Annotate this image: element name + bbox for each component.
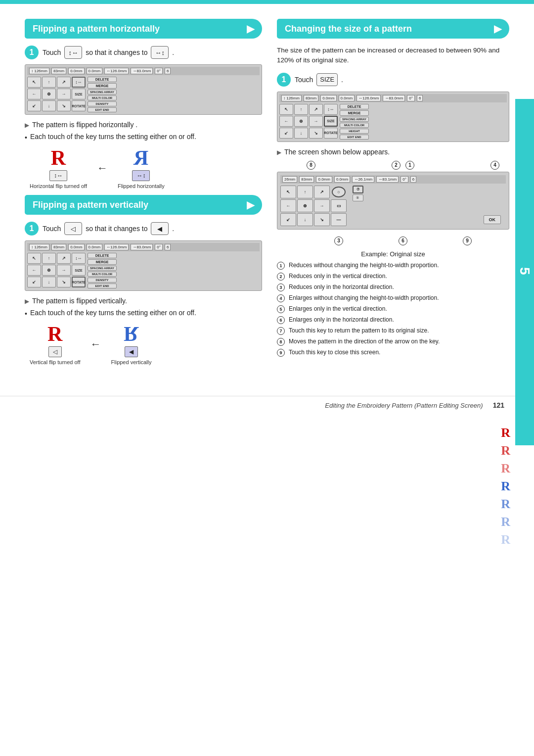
btn-center-v[interactable]: ⊕ <box>42 265 56 276</box>
ss-btn-tl[interactable]: ↖ <box>280 186 296 198</box>
btn-up-v[interactable]: ↑ <box>42 253 56 264</box>
btn-size-v[interactable]: SIZE <box>72 265 86 276</box>
nl-item-3: 3 Reduces only in the horizontal directi… <box>277 284 509 291</box>
btn-edit-end-s[interactable]: EDIT END <box>340 135 369 140</box>
btn-down-s[interactable]: ↓ <box>294 128 308 139</box>
btn-size[interactable]: SIZE <box>72 89 86 99</box>
btn-height-s[interactable]: HEIGHT <box>340 129 369 134</box>
ss-btn-right[interactable]: → <box>314 199 330 212</box>
btn-down-v[interactable]: ↓ <box>42 277 56 287</box>
btn-edit-end[interactable]: EDIT END <box>88 107 117 112</box>
btn-bl-s[interactable]: ↙ <box>279 128 293 139</box>
btn-multi[interactable]: MULTI COLOR <box>88 95 117 100</box>
btn-up-s[interactable]: ↑ <box>294 104 308 115</box>
ss-btn-tr[interactable]: ↗ <box>314 186 330 198</box>
ss-btn-up[interactable]: ↑ <box>297 186 313 198</box>
step1-vertical: 1 Touch ◁ so that it changes to ◀ . <box>25 222 262 236</box>
ss-btn-7[interactable]: ⑦ <box>353 186 363 193</box>
btn-tr[interactable]: ↗ <box>57 77 71 88</box>
ss-btn-circle[interactable]: ○ <box>332 187 346 197</box>
mf-body-h: ↖ ↑ ↗ ↕↔ ← ⊕ → SIZE ↙ ↓ ↘ ROTATE D <box>27 77 260 112</box>
btn-density[interactable]: DENSITY <box>88 101 117 106</box>
btn-down[interactable]: ↓ <box>42 100 56 111</box>
btn-tr-s[interactable]: ↗ <box>309 104 323 115</box>
btn-right-v[interactable]: → <box>57 265 71 276</box>
btn-bl-v[interactable]: ↙ <box>27 277 41 287</box>
bullet-v-2: • Each touch of the key turns the settin… <box>25 309 262 318</box>
step-circle-1-h: 1 <box>25 46 39 59</box>
key-flip-v-on[interactable]: ◀ <box>151 222 169 235</box>
btn-center-s[interactable]: ⊕ <box>294 116 308 127</box>
btn-bl[interactable]: ↙ <box>27 100 41 111</box>
btn-br-s[interactable]: ↘ <box>309 128 323 139</box>
ss-btn-br[interactable]: ↘ <box>314 213 330 226</box>
section-flip-vertical: Flipping a pattern vertically ▶ 1 Touch … <box>25 195 262 365</box>
btn-left[interactable]: ← <box>27 89 41 99</box>
bullet-triangle-h1: ▶ <box>25 122 29 129</box>
btn-delete-v[interactable]: DELETE <box>88 253 117 258</box>
btn-multi-v[interactable]: MULTI COLOR <box>88 272 117 277</box>
ss-btn-down[interactable]: ↓ <box>297 213 313 226</box>
btn-delete-s[interactable]: DELETE <box>340 104 369 109</box>
circ-8: 8 <box>307 161 315 170</box>
nl-item-4: 4 Enlarges without changing the height-t… <box>277 294 509 302</box>
machine-ui-h: ↕ 126mm 83mm 0.0mm 0.0mm ↔126.0mm ↔83.0m… <box>25 64 262 115</box>
ss-btn-bl[interactable]: ↙ <box>280 213 296 226</box>
btn-tl-s[interactable]: ↖ <box>279 104 293 115</box>
btn-tl-v[interactable]: ↖ <box>27 253 41 264</box>
key-flip-h-on[interactable]: ↔↕ <box>151 46 169 59</box>
nl-item-5: 5 Enlarges only in the vertical directio… <box>277 305 509 313</box>
btn-spacing-s[interactable]: SPACING ARRAY <box>340 117 369 122</box>
ss-btn-center[interactable]: ⊕ <box>297 199 313 212</box>
circ-9-bot: 9 <box>463 236 472 245</box>
btn-tl[interactable]: ↖ <box>27 77 41 88</box>
btn-multi-s[interactable]: MULTI COLOR <box>340 123 369 128</box>
btn-merge[interactable]: MERGE <box>88 83 117 89</box>
btn-rotate[interactable]: ROTATE <box>72 100 86 111</box>
btn-rotate-s[interactable]: ROTATE <box>324 128 338 139</box>
ss-right-btns: ⑦ ⑤ <box>353 186 363 226</box>
btn-br[interactable]: ↘ <box>57 100 71 111</box>
btn-center[interactable]: ⊕ <box>42 89 56 99</box>
numbered-list-size: 1 Reduces without changing the height-to… <box>277 262 509 357</box>
btn-merge-s[interactable]: MERGE <box>340 110 369 116</box>
bullet-text-s1: The screen shown below appears. <box>284 148 390 156</box>
ss-btn-dash[interactable]: — <box>331 213 347 226</box>
btn-left-v[interactable]: ← <box>27 265 41 276</box>
mf-body-s: ↖ ↑ ↗ ↕↔ ← ⊕ → SIZE ↙ ↓ ↘ ROTATE D <box>279 104 507 140</box>
ss-topbar: 26mm 83mm 0.0mm 0.0mm ↔26.1mm ↔83.1mm 0°… <box>280 175 506 184</box>
btn-density-v[interactable]: DENSITY <box>88 278 117 283</box>
circ-3-bot: 3 <box>334 236 343 245</box>
btn-spacing-v[interactable]: SPACING ARRAY <box>88 266 117 271</box>
ss-btn-rect[interactable]: ▭ <box>331 199 347 212</box>
btn-left-s[interactable]: ← <box>279 116 293 127</box>
btn-spacing[interactable]: SPACING ARRAY <box>88 90 117 94</box>
btn-br-v[interactable]: ↘ <box>57 277 71 287</box>
ss-btn-left[interactable]: ← <box>280 199 296 212</box>
btn-size-active[interactable]: SIZE <box>324 116 338 127</box>
ss-btn-5[interactable]: ⑤ <box>353 194 363 201</box>
btn-flipv-icon[interactable]: ↕↔ <box>72 253 86 264</box>
btn-flip-icon[interactable]: ↕↔ <box>72 77 86 88</box>
left-column: Flipping a pattern horizontally ▶ 1 Touc… <box>25 19 262 371</box>
bullet-dot-v2: • <box>25 310 27 318</box>
btn-up[interactable]: ↑ <box>42 77 56 88</box>
ss-ok[interactable]: OK <box>484 215 501 224</box>
btn-merge-v[interactable]: MERGE <box>88 259 117 265</box>
btn-rotate-v[interactable]: ROTATE <box>72 277 86 287</box>
ss-body: ↖ ↑ ↗ ○ ← ⊕ → ▭ ↙ ↓ ↘ — <box>280 186 506 226</box>
mf-grid-v: ↖ ↑ ↗ ↕↔ ← ⊕ → SIZE ↙ ↓ ↘ ROTATE <box>27 253 86 288</box>
key-size[interactable]: SIZE <box>316 73 338 86</box>
btn-tr-v[interactable]: ↗ <box>57 253 71 264</box>
letter-r-flipped-v: R <box>124 324 138 344</box>
btn-flip-s[interactable]: ↕↔ <box>324 104 338 115</box>
step1-horizontal: 1 Touch ↕↔ so that it changes to ↔↕ . <box>25 46 262 59</box>
btn-edit-end-v[interactable]: EDIT END <box>88 284 117 288</box>
btn-right[interactable]: → <box>57 89 71 99</box>
step1-h-text: Touch ↕↔ so that it changes to ↔↕ . <box>43 46 174 59</box>
key-flip-h-off[interactable]: ↕↔ <box>64 46 82 59</box>
circ-label-7: 7 <box>277 327 285 335</box>
btn-right-s[interactable]: → <box>309 116 323 127</box>
btn-delete[interactable]: DELETE <box>88 77 117 82</box>
key-flip-v-off[interactable]: ◁ <box>64 222 82 235</box>
